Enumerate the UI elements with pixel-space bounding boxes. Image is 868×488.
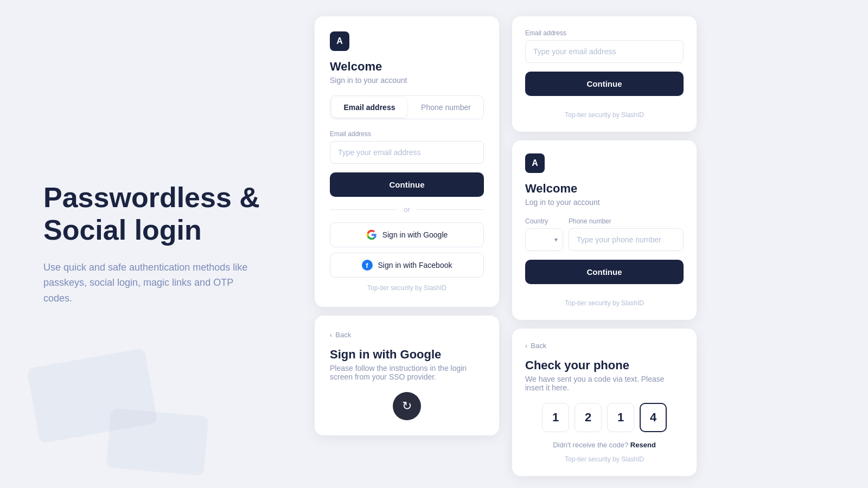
hero-title: Passwordless & Social login (43, 182, 293, 247)
main-login-card: A Welcome Sign in to your account Email … (315, 16, 499, 307)
main-card-subtitle: Sign in to your account (330, 76, 484, 85)
resend-link[interactable]: Resend (630, 441, 656, 449)
phone-card-logo: A (525, 153, 545, 173)
side-cards-col: Email address Continue Top-tier security… (512, 16, 697, 476)
main-security-footer: Top-tier security by SlashID (330, 284, 484, 292)
country-label: Country (525, 217, 563, 225)
otp-card: ‹ Back Check your phone We have sent you… (512, 329, 697, 476)
resend-row: Didn't receive the code? Resend (525, 441, 684, 449)
divider-text: or (404, 206, 410, 214)
google-card-subtitle: Please follow the instructions in the lo… (330, 364, 484, 381)
otp-input-2[interactable] (575, 403, 602, 432)
country-select-wrap: US +1 GB +44 (525, 228, 563, 251)
email-label: Email address (330, 130, 484, 138)
phone-input[interactable] (569, 228, 684, 251)
google-back-label: Back (335, 331, 351, 339)
cards-area: A Welcome Sign in to your account Email … (315, 0, 825, 488)
main-card-title: Welcome (330, 60, 484, 74)
tab-phone[interactable]: Phone number (409, 96, 483, 119)
otp-card-title: Check your phone (525, 358, 684, 373)
google-sso-card: ‹ Back Sign in with Google Please follow… (315, 316, 499, 435)
divider-line-right (417, 209, 484, 210)
phone-continue-button[interactable]: Continue (525, 260, 684, 284)
top-email-label: Email address (525, 29, 684, 37)
country-wrap: Country US +1 GB +44 (525, 217, 563, 251)
facebook-button-label: Sign in with Facebook (378, 261, 452, 269)
google-button-label: Sign in with Google (382, 230, 448, 239)
tab-email[interactable]: Email address (332, 98, 407, 117)
google-back-button[interactable]: ‹ Back (330, 331, 351, 339)
back-chevron-icon: ‹ (330, 331, 332, 339)
facebook-icon: f (362, 260, 373, 271)
login-tabs: Email address Phone number (330, 95, 484, 119)
hero-section: Passwordless & Social login Use quick an… (43, 160, 293, 328)
phone-row: Country US +1 GB +44 Phone number (525, 217, 684, 251)
google-card-title: Sign in with Google (330, 348, 484, 362)
app-logo: A (330, 31, 349, 51)
resend-text: Didn't receive the code? (553, 441, 628, 449)
google-button[interactable]: Sign in with Google (330, 222, 484, 247)
otp-input-3[interactable] (607, 403, 634, 432)
top-email-card: Email address Continue Top-tier security… (512, 16, 697, 132)
google-icon (366, 229, 377, 240)
continue-button[interactable]: Continue (330, 172, 484, 197)
phone-card-title: Welcome (525, 182, 684, 196)
email-field-group: Email address (330, 130, 484, 164)
otp-back-label: Back (531, 342, 546, 350)
top-email-input[interactable] (525, 40, 684, 63)
otp-back-chevron-icon: ‹ (525, 342, 527, 350)
phone-card-subtitle: Log in to your account (525, 198, 684, 207)
phone-login-card: A Welcome Log in to your account Country… (512, 140, 697, 320)
top-security-footer: Top-tier security by SlashID (525, 111, 684, 119)
country-select[interactable]: US +1 GB +44 (525, 228, 563, 251)
main-card-col: A Welcome Sign in to your account Email … (315, 16, 499, 435)
otp-input-4[interactable] (640, 403, 667, 432)
phone-security-footer: Top-tier security by SlashID (525, 299, 684, 307)
otp-card-subtitle: We have sent you a code via text. Please… (525, 375, 684, 392)
divider: or (330, 206, 484, 214)
top-email-field-group: Email address (525, 29, 684, 63)
email-input[interactable] (330, 141, 484, 164)
otp-back-button[interactable]: ‹ Back (525, 342, 546, 350)
otp-input-1[interactable] (542, 403, 569, 432)
otp-security-footer: Top-tier security by SlashID (525, 455, 684, 463)
phone-input-wrap: Phone number (569, 217, 684, 251)
loading-spinner: ↻ (393, 392, 421, 420)
phone-label: Phone number (569, 217, 684, 225)
otp-row (525, 403, 684, 432)
spinner-wrap: ↻ (330, 392, 484, 420)
divider-line-left (330, 209, 397, 210)
top-continue-button[interactable]: Continue (525, 72, 684, 96)
facebook-button[interactable]: f Sign in with Facebook (330, 253, 484, 278)
spinner-icon: ↻ (402, 399, 412, 413)
hero-subtitle: Use quick and safe authentication method… (43, 260, 260, 306)
